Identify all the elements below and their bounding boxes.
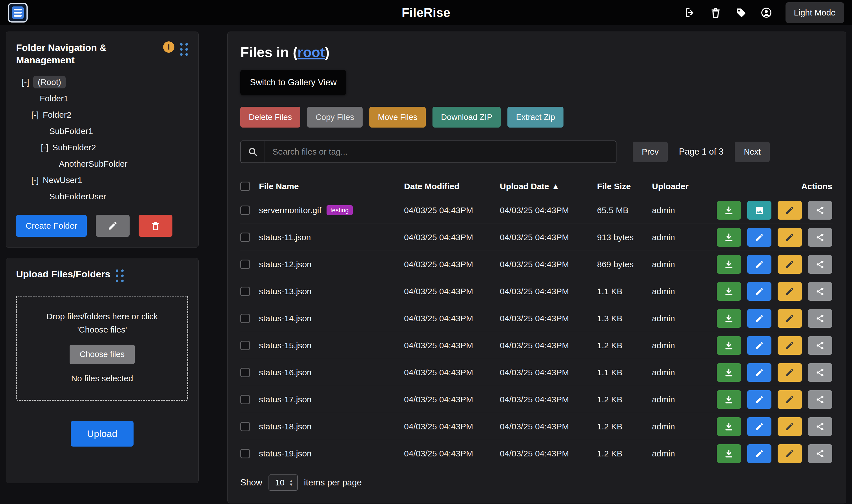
- logout-icon[interactable]: [684, 6, 696, 19]
- column-header-size[interactable]: File Size: [597, 182, 652, 191]
- share-button[interactable]: [808, 309, 832, 328]
- file-name[interactable]: status-14.json: [259, 314, 312, 323]
- row-checkbox[interactable]: [240, 205, 250, 215]
- tree-toggle[interactable]: [-]: [31, 110, 39, 120]
- row-checkbox[interactable]: [240, 341, 250, 350]
- tag-icon[interactable]: [735, 6, 747, 19]
- tree-toggle[interactable]: [-]: [41, 143, 49, 152]
- share-button[interactable]: [808, 417, 832, 436]
- rename-button[interactable]: [778, 201, 802, 220]
- preview-button[interactable]: [747, 201, 771, 220]
- drag-handle-icon[interactable]: [116, 269, 124, 282]
- folder-label[interactable]: Folder1: [40, 94, 68, 103]
- download-button[interactable]: [717, 336, 741, 355]
- delete-files-button[interactable]: Delete Files: [240, 107, 300, 128]
- tree-item[interactable]: AnotherSubFolder: [16, 156, 188, 172]
- trash-icon[interactable]: [710, 6, 722, 19]
- rename-button[interactable]: [778, 390, 802, 409]
- rename-button[interactable]: [778, 255, 802, 274]
- drag-handle-icon[interactable]: [180, 43, 188, 56]
- download-button[interactable]: [717, 201, 741, 220]
- download-button[interactable]: [717, 417, 741, 436]
- file-name[interactable]: status-12.json: [259, 259, 312, 269]
- download-button[interactable]: [717, 309, 741, 328]
- extract-zip-button[interactable]: Extract Zip: [507, 107, 563, 128]
- column-header-name[interactable]: File Name: [259, 182, 404, 191]
- edit-button[interactable]: [747, 336, 771, 355]
- folder-label[interactable]: NewUser1: [43, 175, 82, 185]
- file-name[interactable]: status-16.json: [259, 368, 312, 377]
- folder-label[interactable]: AnotherSubFolder: [59, 159, 128, 169]
- download-button[interactable]: [717, 444, 741, 463]
- info-icon[interactable]: i: [163, 41, 174, 53]
- switch-gallery-view-button[interactable]: Switch to Gallery View: [240, 70, 346, 95]
- download-button[interactable]: [717, 282, 741, 301]
- file-name[interactable]: status-15.json: [259, 341, 312, 350]
- share-button[interactable]: [808, 201, 832, 220]
- select-all-checkbox[interactable]: [240, 182, 250, 191]
- share-button[interactable]: [808, 363, 832, 382]
- file-name[interactable]: status-19.json: [259, 449, 312, 458]
- upload-button[interactable]: Upload: [71, 421, 134, 447]
- items-per-page-select[interactable]: 10 ▲▼: [268, 474, 298, 491]
- row-checkbox[interactable]: [240, 449, 250, 458]
- tree-item[interactable]: [-](Root): [16, 74, 188, 90]
- rename-button[interactable]: [778, 417, 802, 436]
- tree-item[interactable]: SubFolderUser: [16, 188, 188, 205]
- tree-item[interactable]: [-]Folder2: [16, 107, 188, 123]
- download-zip-button[interactable]: Download ZIP: [433, 107, 501, 128]
- file-name[interactable]: servermonitor.gif: [259, 205, 321, 215]
- edit-button[interactable]: [747, 444, 771, 463]
- tree-toggle[interactable]: [-]: [22, 77, 29, 87]
- column-header-mod[interactable]: Date Modified: [404, 182, 500, 191]
- download-button[interactable]: [717, 255, 741, 274]
- tree-toggle[interactable]: [-]: [31, 175, 39, 185]
- file-name[interactable]: status-17.json: [259, 395, 312, 404]
- download-button[interactable]: [717, 363, 741, 382]
- tree-item[interactable]: Folder1: [16, 90, 188, 107]
- row-checkbox[interactable]: [240, 422, 250, 431]
- rename-button[interactable]: [778, 309, 802, 328]
- row-checkbox[interactable]: [240, 287, 250, 296]
- prev-page-button[interactable]: Prev: [633, 142, 668, 162]
- rename-folder-button[interactable]: [96, 215, 129, 237]
- column-header-user[interactable]: Uploader: [652, 182, 708, 191]
- tree-item[interactable]: [-]NewUser1: [16, 172, 188, 188]
- app-logo[interactable]: [8, 3, 28, 22]
- root-link[interactable]: root: [297, 44, 325, 60]
- row-checkbox[interactable]: [240, 368, 250, 377]
- file-name[interactable]: status-18.json: [259, 422, 312, 431]
- rename-button[interactable]: [778, 282, 802, 301]
- rename-button[interactable]: [778, 336, 802, 355]
- delete-folder-button[interactable]: [139, 215, 172, 237]
- edit-button[interactable]: [747, 255, 771, 274]
- share-button[interactable]: [808, 336, 832, 355]
- row-checkbox[interactable]: [240, 233, 250, 242]
- move-files-button[interactable]: Move Files: [369, 107, 426, 128]
- copy-files-button[interactable]: Copy Files: [307, 107, 363, 128]
- file-name[interactable]: status-13.json: [259, 287, 312, 296]
- edit-button[interactable]: [747, 390, 771, 409]
- rename-button[interactable]: [778, 363, 802, 382]
- tree-item[interactable]: SubFolder1: [16, 123, 188, 139]
- file-name[interactable]: status-11.json: [259, 233, 311, 242]
- share-button[interactable]: [808, 444, 832, 463]
- next-page-button[interactable]: Next: [735, 142, 770, 162]
- folder-label[interactable]: SubFolder2: [52, 143, 96, 152]
- edit-button[interactable]: [747, 282, 771, 301]
- folder-label[interactable]: Folder2: [43, 110, 72, 120]
- rename-button[interactable]: [778, 228, 802, 247]
- download-button[interactable]: [717, 228, 741, 247]
- share-button[interactable]: [808, 390, 832, 409]
- edit-button[interactable]: [747, 228, 771, 247]
- edit-button[interactable]: [747, 309, 771, 328]
- folder-label[interactable]: SubFolderUser: [49, 192, 106, 201]
- edit-button[interactable]: [747, 417, 771, 436]
- tree-item[interactable]: [-]SubFolder2: [16, 139, 188, 156]
- rename-button[interactable]: [778, 444, 802, 463]
- choose-files-button[interactable]: Choose files: [70, 345, 135, 364]
- row-checkbox[interactable]: [240, 259, 250, 269]
- light-mode-button[interactable]: Light Mode: [785, 2, 844, 23]
- share-button[interactable]: [808, 228, 832, 247]
- row-checkbox[interactable]: [240, 314, 250, 323]
